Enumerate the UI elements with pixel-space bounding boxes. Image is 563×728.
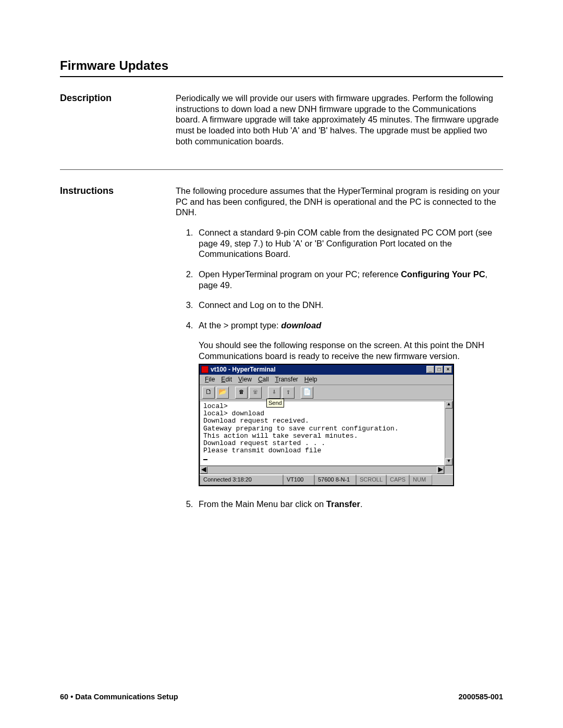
send-icon[interactable]: ⇩ bbox=[268, 387, 280, 399]
scroll-down-icon[interactable]: ▼ bbox=[445, 458, 452, 465]
scroll-left-icon[interactable]: ◄ bbox=[200, 466, 207, 474]
window-titlebar: vt100 - HyperTerminal _ □ × bbox=[200, 365, 453, 375]
menu-transfer[interactable]: Transfer bbox=[275, 376, 298, 384]
menu-edit[interactable]: Edit bbox=[221, 376, 232, 384]
footer-left: 60 • Data Communications Setup bbox=[60, 693, 178, 701]
section-instructions: Instructions The following procedure ass… bbox=[60, 169, 503, 519]
instructions-heading: Instructions bbox=[60, 186, 176, 196]
term-line-3: Gateway preparing to save current config… bbox=[203, 425, 398, 433]
instructions-list: Connect a standard 9-pin COM cable from … bbox=[176, 227, 503, 509]
connect-icon[interactable]: ☎ bbox=[235, 387, 248, 399]
step-5-pre: From the Main Menu bar click on bbox=[199, 499, 326, 509]
toolbar: 🗋 📂 ☎ ☏ ⇩ ⇧ 📄 Send bbox=[200, 385, 453, 400]
vertical-scrollbar[interactable]: ▲ ▼ bbox=[445, 401, 453, 466]
properties-icon[interactable]: 📄 bbox=[301, 387, 313, 399]
scroll-up-icon[interactable]: ▲ bbox=[445, 401, 452, 409]
status-scroll: SCROLL bbox=[356, 475, 386, 485]
step-3: Connect and Log on to the DNH. bbox=[195, 300, 503, 311]
menu-view[interactable]: View bbox=[238, 376, 252, 384]
hyperterminal-window: vt100 - HyperTerminal _ □ × File Edit Vi… bbox=[199, 364, 454, 486]
instructions-intro: The following procedure assumes that the… bbox=[176, 186, 503, 218]
horizontal-scrollbar[interactable]: ◄ ► bbox=[200, 466, 445, 474]
status-num: NUM bbox=[409, 475, 432, 485]
page-footer: 60 • Data Communications Setup 2000585-0… bbox=[60, 693, 503, 701]
menu-file[interactable]: File bbox=[205, 376, 215, 384]
term-line-0: local> bbox=[203, 402, 228, 410]
status-settings: 57600 8-N-1 bbox=[314, 475, 356, 485]
status-emulation: VT100 bbox=[283, 475, 314, 485]
menu-bar: File Edit View Call Transfer Help bbox=[200, 375, 453, 385]
status-connected: Connected 3:18:20 bbox=[200, 475, 283, 485]
step-5: From the Main Menu bar click on Transfer… bbox=[195, 499, 503, 510]
step-4-cmd: download bbox=[281, 320, 321, 330]
term-line-4: This action will take several minutes. bbox=[203, 432, 358, 440]
step-4: At the > prompt type: download You shoul… bbox=[195, 320, 503, 486]
terminal-output[interactable]: local> local> download Download request … bbox=[200, 401, 445, 466]
step-2-bold: Configuring Your PC bbox=[401, 269, 485, 279]
term-line-6: Please transmit download file bbox=[203, 447, 321, 454]
status-caps: CAPS bbox=[386, 475, 409, 485]
menu-call[interactable]: Call bbox=[258, 376, 269, 384]
status-bar: Connected 3:18:20 VT100 57600 8-N-1 SCRO… bbox=[200, 474, 453, 485]
toolbar-tooltip: Send bbox=[266, 399, 284, 408]
terminal-cursor bbox=[203, 459, 207, 460]
open-icon[interactable]: 📂 bbox=[216, 387, 229, 399]
page-title: Firmware Updates bbox=[60, 58, 503, 73]
hyperterminal-icon bbox=[201, 366, 209, 373]
step-4-after: You should see the following response on… bbox=[199, 340, 503, 361]
term-line-1: local> download bbox=[203, 410, 264, 417]
footer-right: 2000585-001 bbox=[459, 693, 503, 701]
window-title: vt100 - HyperTerminal bbox=[211, 366, 276, 374]
close-icon[interactable]: × bbox=[444, 366, 452, 373]
scroll-right-icon[interactable]: ► bbox=[437, 466, 444, 474]
disconnect-icon[interactable]: ☏ bbox=[249, 387, 262, 399]
term-line-2: Download request received. bbox=[203, 417, 309, 425]
term-line-5: Download request started . . . bbox=[203, 439, 325, 447]
step-4-pre: At the > prompt type: bbox=[199, 320, 281, 330]
minimize-icon[interactable]: _ bbox=[426, 366, 434, 373]
menu-help[interactable]: Help bbox=[304, 376, 317, 384]
receive-icon[interactable]: ⇧ bbox=[282, 387, 295, 399]
step-2: Open HyperTerminal program on your PC; r… bbox=[195, 269, 503, 290]
new-icon[interactable]: 🗋 bbox=[202, 387, 215, 399]
description-paragraph: Periodically we will provide our users w… bbox=[176, 93, 503, 146]
description-heading: Description bbox=[60, 93, 176, 104]
step-2-pre: Open HyperTerminal program on your PC; r… bbox=[199, 269, 401, 279]
maximize-icon[interactable]: □ bbox=[435, 366, 443, 373]
step-1: Connect a standard 9-pin COM cable from … bbox=[195, 227, 503, 260]
step-5-bold: Transfer bbox=[326, 499, 360, 509]
section-description: Description Periodically we will provide… bbox=[60, 77, 503, 156]
step-5-post: . bbox=[360, 499, 363, 509]
